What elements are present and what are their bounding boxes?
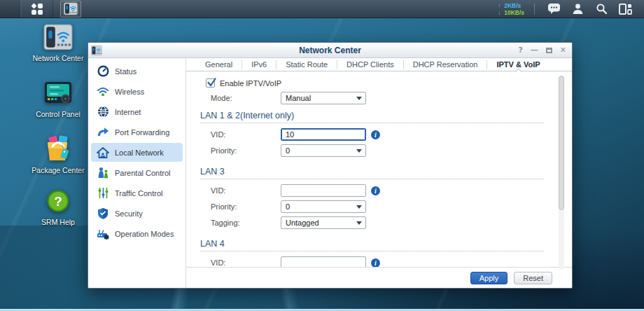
content-scrollbar[interactable] [559,76,564,270]
lan3-priority-select[interactable]: 0 [281,200,366,213]
close-icon[interactable]: ✕ [560,46,566,54]
sidebar-item-security[interactable]: Security [91,204,183,223]
upload-speed: 2KB/s [504,2,521,9]
window-sidebar: Status Wireless Internet Port Forwarding [88,58,186,288]
mode-label: Mode: [211,94,281,102]
network-speed-indicator: ↑2KB/s ↓10KB/s [498,2,524,16]
network-center-icon [64,2,78,16]
minimize-icon[interactable]: — [531,46,538,54]
status-icon [96,65,110,78]
tagging-select-value: Untagged [286,219,319,227]
info-icon[interactable]: i [371,186,380,195]
user-icon [572,3,584,15]
sidebar-item-traffic-control[interactable]: Traffic Control [91,184,183,202]
parental-control-icon [96,167,110,179]
tab-dhcp-reservation[interactable]: DHCP Reservation [404,60,488,69]
priority-select-value: 0 [286,202,290,211]
priority-label: Priority: [211,202,281,211]
section-title-lan4: LAN 4 [200,239,544,249]
lan12-priority-select[interactable]: 0 [281,144,366,157]
section-divider [200,177,544,179]
lan12-vid-input[interactable] [281,128,366,141]
chevron-down-icon [356,149,362,153]
tab-static-route[interactable]: Static Route [276,60,337,69]
priority-select-value: 0 [286,146,290,155]
tab-general[interactable]: General [196,60,242,69]
scrollbar-thumb[interactable] [559,76,564,210]
sidebar-item-port-forwarding[interactable]: Port Forwarding [91,123,183,141]
download-arrow-icon: ↓ [498,9,504,16]
chevron-down-icon [356,97,362,100]
enable-iptv-voip-checkbox[interactable] [206,78,215,88]
desktop-icon-control-panel[interactable]: Control Panel [36,79,80,118]
mode-select[interactable]: Manual [281,92,366,104]
widgets-icon [619,4,632,15]
sidebar-item-label: Internet [115,108,141,116]
sidebar-item-status[interactable]: Status [91,62,183,81]
vid-label: VID: [211,130,281,139]
srm-help-icon: ? [43,187,73,215]
tab-ipv6[interactable]: IPv6 [242,60,276,69]
chevron-down-icon [356,205,362,209]
network-center-window: Network Center ? — ✕ Status Wireless [88,42,573,289]
search-button[interactable] [589,0,613,18]
traffic-control-icon [96,187,110,200]
taskbar-app-network-center[interactable] [60,1,81,18]
lan3-vid-input[interactable] [281,184,366,197]
wireless-icon [96,85,110,98]
main-menu-button[interactable] [21,0,53,18]
desktop-icon-label: Network Center [33,54,84,62]
info-icon[interactable]: i [371,258,380,268]
desktop-icon-network-center[interactable]: Network Center [33,23,84,62]
form-footer: Apply Reset [186,267,572,288]
notifications-button[interactable] [542,0,566,18]
priority-label: Priority: [211,146,281,155]
maximize-icon[interactable] [546,48,552,53]
sidebar-item-internet[interactable]: Internet [91,102,183,121]
window-titlebar[interactable]: Network Center ? — ✕ [88,43,572,58]
security-icon [96,207,110,220]
sidebar-item-wireless[interactable]: Wireless [91,82,183,101]
sidebar-item-label: Traffic Control [115,189,162,198]
internet-icon [96,106,110,118]
lan3-tagging-select[interactable]: Untagged [281,216,366,229]
apply-button[interactable]: Apply [470,272,508,284]
sidebar-item-operation-modes[interactable]: Operation Modes [91,224,183,243]
desktop-icon-label: Package Center [31,166,84,174]
sidebar-item-parental-control[interactable]: Parental Control [91,163,183,182]
lan4-vid-input[interactable] [281,256,366,267]
vid-label: VID: [211,186,281,195]
download-speed: 10KB/s [504,9,524,16]
info-icon[interactable]: i [371,130,380,139]
sidebar-item-label: Local Network [115,148,164,157]
user-menu-button[interactable] [566,0,589,18]
operation-modes-icon [96,228,110,240]
search-icon [596,3,608,15]
tab-dhcp-clients[interactable]: DHCP Clients [337,60,404,69]
chat-icon [547,3,561,15]
taskbar: ↑2KB/s ↓10KB/s [0,0,644,18]
control-panel-icon [43,79,73,107]
widgets-button[interactable] [613,0,637,18]
desktop-icon-package-center[interactable]: Package Center [31,135,84,174]
taskbar-divider [534,4,535,15]
desktop-icon-label: Control Panel [36,110,80,118]
window-content: General IPv6 Static Route DHCP Clients D… [186,58,572,288]
tagging-label: Tagging: [211,219,281,227]
local-network-icon [96,146,110,159]
help-icon[interactable]: ? [518,46,522,54]
vid-label: VID: [211,258,281,267]
sidebar-item-local-network[interactable]: Local Network [91,143,183,162]
tab-iptv-voip[interactable]: IPTV & VoIP [487,60,549,69]
sidebar-item-label: Status [115,67,136,76]
desktop-shortcuts: Network Center Control Panel [31,23,85,243]
mode-select-value: Manual [286,94,311,102]
grid-menu-icon [31,4,43,15]
reset-button[interactable]: Reset [514,272,552,284]
chevron-down-icon [356,221,362,225]
enable-iptv-voip-label: Enable IPTV/VoIP [220,79,281,88]
desktop-icon-srm-help[interactable]: ? SRM Help [41,187,75,226]
svg-text:?: ? [54,194,62,209]
section-divider [200,249,544,251]
sidebar-item-label: Wireless [115,88,144,96]
